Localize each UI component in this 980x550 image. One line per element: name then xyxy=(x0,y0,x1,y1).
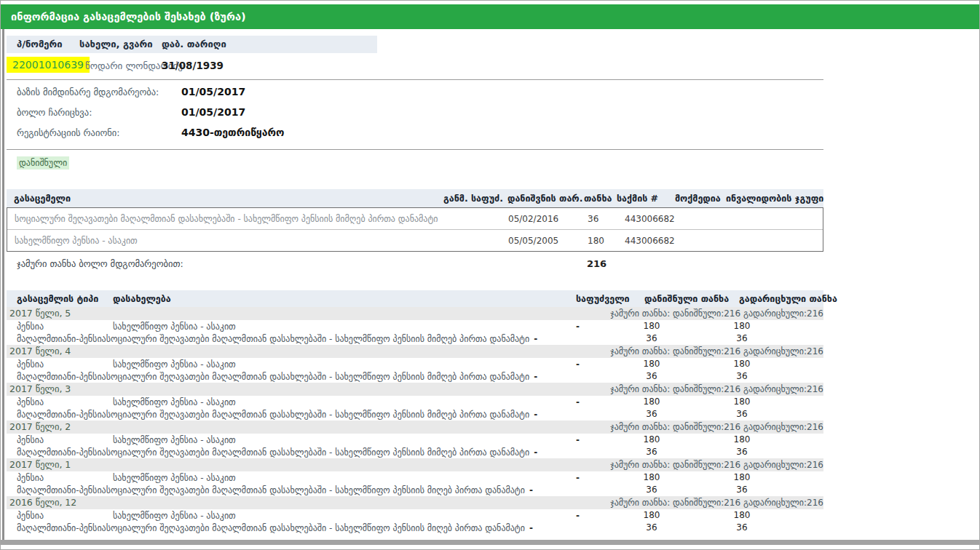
window-title-bar: ინფორმაცია გასაცემლების შესახებ (ზურა) xyxy=(1,4,979,29)
payable-type: პენსია xyxy=(17,397,113,407)
period-band: 2017 წელი, 3 ჯამური თანხა: დანიშნული:216… xyxy=(7,383,823,396)
info-row-base-state: ბაზის მიმდინარე მდგომარეობა: 01/05/2017 xyxy=(17,86,823,106)
info-row-registration-district: რეგისტრაციის რაიონი: 4430-თეთრიწყარო xyxy=(17,127,823,147)
period-section: 2017 წელი, 4 ჯამური თანხა: დანიშნული:216… xyxy=(7,345,823,383)
payment-row: პენსია სახელმწიფო პენსია - ასაკით - 180 … xyxy=(7,396,823,408)
col-name-surname: სახელი, გვარი xyxy=(79,39,153,49)
total-label: ჯამური თანხა ბოლო მდგომარეობით: xyxy=(17,258,183,269)
col-description: დასახელება xyxy=(113,293,171,304)
payable-description: სახელმწიფო პენსია - ასაკით xyxy=(113,473,572,483)
assigned-amount: 180 xyxy=(630,434,673,445)
period-label: 2017 წელი, 1 xyxy=(9,459,71,470)
horizontal-scrollbar[interactable] xyxy=(1,540,979,545)
col-payable-type: გასაცემლის ტიპი xyxy=(17,293,98,304)
amount: 36 xyxy=(588,214,598,224)
col-is-active: მოქმედია xyxy=(675,193,721,204)
payment-row: პენსია სახელმწიფო პენსია - ასაკით - 180 … xyxy=(7,434,823,446)
payment-row: მაღალმთიანი-პენსია სოციალური შეღავათები … xyxy=(7,370,823,383)
assigned-payments-table: გასაცემელი განმ. საფუძ. დანიშვნის თარ. თ… xyxy=(7,189,823,271)
payable-description: სახელმწიფო პენსია - ასაკით xyxy=(113,397,572,407)
person-row: 22001010639 წოდარი ლონდარიძე 31/08/1939 xyxy=(7,55,823,77)
payment-row: პენსია სახელმწიფო პენსია - ასაკით - 180 … xyxy=(7,509,823,522)
assignment-date: 05/02/2016 xyxy=(508,214,558,224)
col-payable: გასაცემელი xyxy=(14,193,71,204)
info-label: რეგისტრაციის რაიონი: xyxy=(17,127,178,138)
assigned-amount: 36 xyxy=(630,333,673,343)
basis-value: - xyxy=(576,473,580,483)
transferred-amount: 36 xyxy=(720,333,764,343)
person-table-header: პ/ნომერი სახელი, გვარი დაბ. თარიღი xyxy=(7,36,377,53)
payable-type: მაღალმთიანი-პენსია xyxy=(17,485,106,495)
period-summary: ჯამური თანხა: დანიშნული:216 გადარიცხული:… xyxy=(610,460,823,470)
transferred-amount: 36 xyxy=(720,447,764,457)
payable-type: პენსია xyxy=(17,511,113,521)
period-section: 2016 წელი, 12 ჯამური თანხა: დანიშნული:21… xyxy=(7,496,823,534)
col-amount: თანხა xyxy=(584,193,612,204)
period-label: 2017 წელი, 3 xyxy=(9,383,71,394)
payable-type: პენსია xyxy=(17,359,113,370)
payable-type: მაღალმთიანი-პენსია xyxy=(17,523,106,533)
divider xyxy=(7,149,823,150)
assigned-amount: 180 xyxy=(630,321,673,331)
payable-type: პენსია xyxy=(17,473,113,483)
payment-row: მაღალმთიანი-პენსია სოციალური შეღავათები … xyxy=(7,408,823,421)
period-label: 2017 წელი, 4 xyxy=(9,346,71,356)
info-value: 4430-თეთრიწყარო xyxy=(181,127,284,138)
payment-row: მაღალმთიანი-პენსია სოციალური შეღავათები … xyxy=(7,484,823,496)
transferred-amount: 180 xyxy=(720,472,764,482)
assigned-amount: 180 xyxy=(630,510,673,520)
transferred-amount: 180 xyxy=(720,396,764,407)
content-area: პ/ნომერი სახელი, გვარი დაბ. თარიღი 22001… xyxy=(7,36,823,534)
payable-description: სოციალური შეღავათები მაღალმთიან დასახლებ… xyxy=(106,523,525,533)
payable-description: სახელმწიფო პენსია - ასაკით xyxy=(113,359,572,370)
payable-type: მაღალმთიანი-პენსია xyxy=(17,372,106,382)
assigned-amount: 36 xyxy=(630,522,673,533)
period-band: 2017 წელი, 5 ჯამური თანხა: დანიშნული:216… xyxy=(7,307,823,320)
info-value: 01/05/2017 xyxy=(181,86,245,97)
basis-value: - xyxy=(576,322,580,332)
assigned-table-header: გასაცემელი განმ. საფუძ. დანიშვნის თარ. თ… xyxy=(7,189,823,207)
personal-number-link[interactable]: 22001010639 xyxy=(7,57,90,73)
table-row: სახელმწიფო პენსია - ასაკით 05/05/2005 18… xyxy=(7,229,823,251)
basis-value: - xyxy=(534,372,537,382)
info-row-last-transfer: ბოლო ჩარიცხვა: 01/05/2017 xyxy=(17,106,823,127)
basis-value: - xyxy=(534,410,537,420)
period-section: 2017 წელი, 3 ჯამური თანხა: დანიშნული:216… xyxy=(7,383,823,421)
col-transferred-amount: გადარიცხული თანხა xyxy=(739,293,837,304)
period-band: 2017 წელი, 1 ჯამური თანხა: დანიშნული:216… xyxy=(7,458,823,471)
payable-type: მაღალმთიანი-პენსია xyxy=(17,410,106,420)
period-summary: ჯამური თანხა: დანიშნული:216 გადარიცხული:… xyxy=(610,308,823,319)
basis-value: - xyxy=(529,523,533,533)
total-amount: 216 xyxy=(587,258,606,269)
payable-name: სახელმწიფო პენსია - ასაკით xyxy=(15,236,138,246)
transferred-amount: 36 xyxy=(720,485,764,495)
transferred-amount: 36 xyxy=(720,522,764,533)
panel-left-border xyxy=(2,29,4,540)
payable-description: სახელმწიფო პენსია - ასაკით xyxy=(113,322,572,332)
payable-description: სოციალური შეღავათები მაღალმთიან დასახლებ… xyxy=(106,372,529,382)
basis-value: - xyxy=(576,359,580,370)
assigned-amount: 180 xyxy=(630,472,673,482)
assigned-status-badge: დანიშნული xyxy=(17,156,69,170)
history-table-header: გასაცემლის ტიპი დასახელება საფუძველი დან… xyxy=(7,290,823,307)
col-application-basis: განმ. საფუძ. xyxy=(443,193,503,204)
period-summary: ჯამური თანხა: დანიშნული:216 გადარიცხული:… xyxy=(610,384,823,394)
payment-row: მაღალმთიანი-პენსია სოციალური შეღავათები … xyxy=(7,522,823,534)
assigned-table-body: სოციალური შეღავათები მაღალმთიან დასახლებ… xyxy=(7,207,823,252)
case-number: 443006682 xyxy=(625,214,675,224)
period-section: 2017 წელი, 5 ჯამური თანხა: დანიშნული:216… xyxy=(7,307,823,345)
basis-value: - xyxy=(576,435,580,445)
payment-row: მაღალმთიანი-პენსია სოციალური შეღავათები … xyxy=(7,332,823,345)
assigned-amount: 36 xyxy=(630,485,673,495)
info-label: ბოლო ჩარიცხვა: xyxy=(17,107,178,118)
payable-type: მაღალმთიანი-პენსია xyxy=(17,334,106,344)
col-assigned-amount: დანიშნული თანხა xyxy=(644,293,729,304)
payable-name: სოციალური შეღავათები მაღალმთიან დასახლებ… xyxy=(15,214,438,224)
transferred-amount: 180 xyxy=(720,359,764,369)
payable-description: სოციალური შეღავათები მაღალმთიან დასახლებ… xyxy=(106,485,525,495)
assigned-amount: 36 xyxy=(630,409,673,419)
basis-value: - xyxy=(534,334,537,344)
basis-value: - xyxy=(576,397,580,407)
period-label: 2016 წელი, 12 xyxy=(9,497,76,508)
assignment-date: 05/05/2005 xyxy=(508,236,558,246)
